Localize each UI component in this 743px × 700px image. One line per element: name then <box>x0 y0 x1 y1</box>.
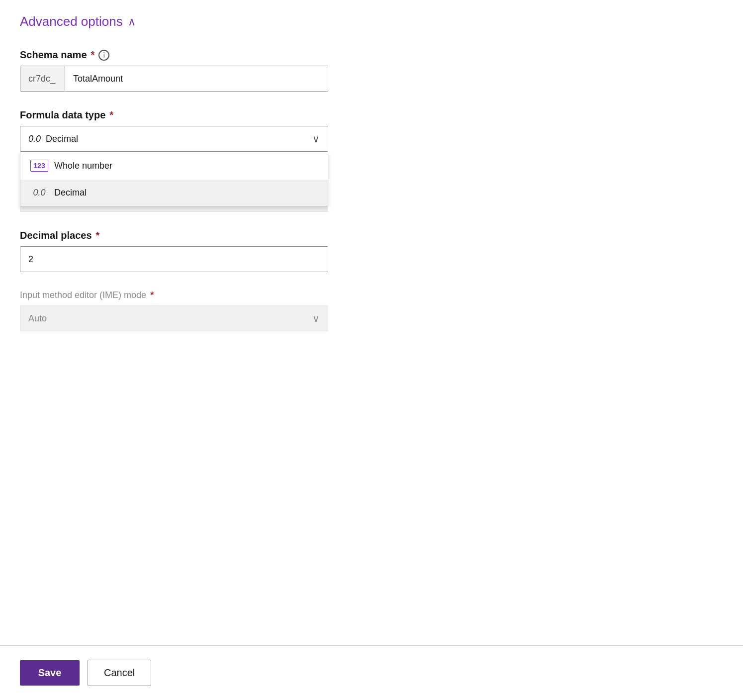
decimal-places-label-text: Decimal places <box>20 230 92 241</box>
formula-data-type-dropdown[interactable]: 0.0 Decimal ∨ 123 Whole number 0.0 Decim… <box>20 126 328 152</box>
advanced-options-label: Advanced options <box>20 14 123 29</box>
whole-number-label: Whole number <box>54 161 112 171</box>
ime-mode-label: Input method editor (IME) mode * <box>20 290 328 300</box>
footer: Save Cancel <box>0 645 743 700</box>
decimal-places-input-wrapper <box>20 246 328 272</box>
option-decimal[interactable]: 0.0 Decimal <box>20 180 328 206</box>
ime-mode-required: * <box>150 290 154 300</box>
decimal-places-required: * <box>96 230 100 241</box>
schema-name-section: Schema name * i cr7dc_ <box>20 49 328 92</box>
dropdown-selected-content: 0.0 Decimal <box>28 134 78 144</box>
decimal-option-icon: 0.0 <box>30 188 48 198</box>
formula-data-type-label: Formula data type * <box>20 109 328 121</box>
whole-number-icon: 123 <box>30 160 48 172</box>
page-container: Advanced options ∧ Schema name * i cr7dc… <box>0 0 743 700</box>
chevron-down-icon: ∨ <box>312 133 320 145</box>
formula-data-type-label-text: Formula data type <box>20 109 105 121</box>
chevron-up-icon: ∧ <box>128 16 136 27</box>
advanced-options-header[interactable]: Advanced options ∧ <box>20 14 723 29</box>
ime-mode-label-text: Input method editor (IME) mode <box>20 290 146 300</box>
main-content: Advanced options ∧ Schema name * i cr7dc… <box>0 0 743 645</box>
save-button[interactable]: Save <box>20 660 80 686</box>
ime-mode-section: Input method editor (IME) mode * Auto ∨ <box>20 290 328 331</box>
schema-name-input-group: cr7dc_ <box>20 66 328 92</box>
decimal-selected-icon: 0.0 <box>28 134 41 144</box>
formula-data-type-menu: 123 Whole number 0.0 Decimal <box>20 152 328 206</box>
option-whole-number[interactable]: 123 Whole number <box>20 152 328 180</box>
decimal-places-label: Decimal places * <box>20 230 328 241</box>
schema-name-label: Schema name * i <box>20 49 328 61</box>
formula-data-type-required: * <box>109 109 113 121</box>
formula-data-type-section: Formula data type * 0.0 Decimal ∨ 123 Wh… <box>20 109 328 152</box>
cancel-button[interactable]: Cancel <box>88 660 151 686</box>
decimal-places-input[interactable] <box>28 254 320 265</box>
formula-data-type-selected[interactable]: 0.0 Decimal ∨ <box>20 126 328 152</box>
decimal-label: Decimal <box>54 188 87 198</box>
decimal-places-section: Decimal places * <box>20 230 328 272</box>
schema-name-info-icon[interactable]: i <box>98 50 109 61</box>
schema-name-required: * <box>91 49 95 61</box>
schema-name-label-text: Schema name <box>20 49 87 61</box>
dropdown-selected-text: Decimal <box>46 134 78 144</box>
ime-mode-dropdown[interactable]: Auto ∨ <box>20 305 328 331</box>
schema-prefix: cr7dc_ <box>20 66 65 91</box>
schema-name-input[interactable] <box>65 66 328 91</box>
ime-mode-value: Auto <box>28 313 47 324</box>
ime-chevron-down-icon: ∨ <box>312 312 320 324</box>
